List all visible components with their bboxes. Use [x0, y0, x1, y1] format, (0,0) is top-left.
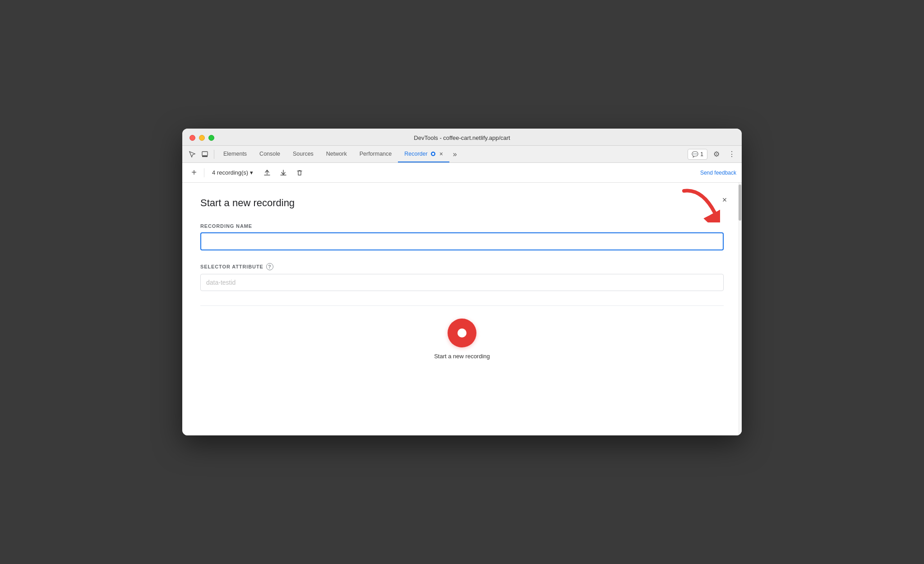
- add-recording-button[interactable]: +: [188, 166, 200, 179]
- record-action-area: Start a new recording: [200, 319, 724, 369]
- import-icon: [280, 169, 287, 176]
- selector-attribute-input[interactable]: [200, 274, 724, 291]
- recording-name-field: RECORDING NAME: [200, 223, 724, 263]
- titlebar: DevTools - coffee-cart.netlify.app/cart: [182, 129, 742, 146]
- delete-icon: [296, 169, 303, 176]
- help-icon[interactable]: ?: [266, 263, 273, 270]
- send-feedback-link[interactable]: Send feedback: [700, 170, 736, 176]
- badge-icon: 💬: [692, 151, 698, 157]
- export-button[interactable]: [261, 166, 273, 179]
- tab-recorder[interactable]: Recorder ×: [398, 146, 449, 162]
- close-icon: ×: [722, 195, 727, 205]
- gear-icon: ⚙: [713, 150, 720, 158]
- tab-network[interactable]: Network: [320, 146, 353, 162]
- toolbar-right: 💬 1 ⚙ ⋮: [688, 148, 738, 161]
- tab-performance[interactable]: Performance: [353, 146, 398, 162]
- tab-elements[interactable]: Elements: [217, 146, 253, 162]
- svg-rect-0: [202, 152, 208, 156]
- selector-attribute-label: SELECTOR ATTRIBUTE ?: [200, 263, 724, 270]
- tab-list: Elements Console Sources Network Perform…: [217, 146, 688, 162]
- feedback-badge-button[interactable]: 💬 1: [688, 149, 707, 160]
- cursor-tool-button[interactable]: [186, 148, 199, 161]
- tab-recorder-close-icon[interactable]: ×: [439, 150, 443, 157]
- delete-recording-button[interactable]: [293, 166, 306, 179]
- close-button[interactable]: [189, 135, 195, 141]
- tab-console[interactable]: Console: [253, 146, 286, 162]
- devtools-toolbar: Elements Console Sources Network Perform…: [182, 146, 742, 163]
- section-divider: [200, 305, 724, 306]
- toolbar-divider-1: [214, 150, 214, 159]
- recording-selector-dropdown[interactable]: 4 recording(s) ▾: [208, 167, 257, 178]
- record-dot-icon: [457, 328, 467, 337]
- window-title: DevTools - coffee-cart.netlify.app/cart: [414, 134, 510, 141]
- chevron-down-icon: ▾: [250, 169, 253, 176]
- export-icon: [263, 169, 271, 176]
- recorder-active-icon: [430, 151, 436, 157]
- scrollbar-thumb[interactable]: [739, 185, 741, 221]
- svg-rect-1: [202, 156, 208, 157]
- start-recording-button[interactable]: [448, 319, 476, 347]
- maximize-button[interactable]: [208, 135, 214, 141]
- recorder-divider: [204, 168, 204, 177]
- more-options-button[interactable]: ⋮: [725, 148, 738, 161]
- recorder-toolbar: + 4 recording(s) ▾: [182, 163, 742, 183]
- recording-name-input[interactable]: [200, 232, 724, 250]
- devtools-window: DevTools - coffee-cart.netlify.app/cart …: [182, 129, 742, 435]
- tab-sources[interactable]: Sources: [286, 146, 320, 162]
- more-icon: ⋮: [728, 150, 735, 158]
- settings-button[interactable]: ⚙: [710, 148, 723, 161]
- main-panel: × Start a new recording RECORDING NAME S…: [182, 183, 742, 435]
- svg-point-3: [432, 153, 434, 155]
- traffic-lights: [189, 135, 214, 141]
- more-tabs-button[interactable]: »: [449, 146, 461, 162]
- record-button-label: Start a new recording: [434, 353, 490, 360]
- selector-attribute-field: SELECTOR ATTRIBUTE ?: [200, 263, 724, 291]
- import-button[interactable]: [277, 166, 290, 179]
- recording-name-label: RECORDING NAME: [200, 223, 724, 229]
- panel-title: Start a new recording: [200, 197, 724, 209]
- scrollbar[interactable]: [738, 183, 742, 435]
- minimize-button[interactable]: [199, 135, 205, 141]
- dock-toggle-button[interactable]: [199, 148, 211, 161]
- close-panel-button[interactable]: ×: [718, 194, 731, 206]
